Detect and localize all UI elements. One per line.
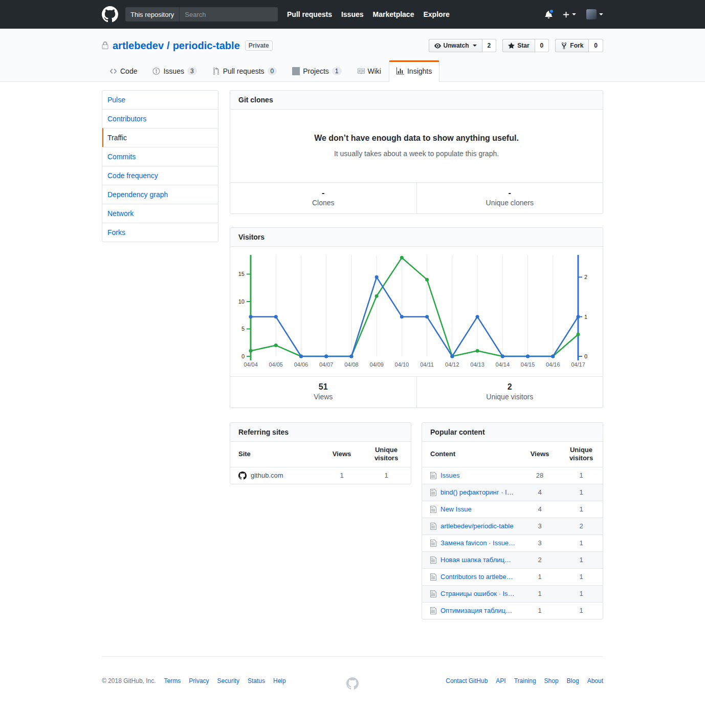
star-count[interactable]: 0 [535, 39, 549, 52]
footer-link-blog[interactable]: Blog [567, 677, 579, 684]
views-point[interactable] [425, 278, 429, 282]
footer-link-about[interactable]: About [587, 677, 603, 684]
sidebar-item-forks[interactable]: Forks [102, 223, 218, 242]
unique-visitors-point[interactable] [375, 275, 379, 279]
x-axis-label: 04/15 [521, 361, 535, 368]
content-unique: 1 [560, 484, 603, 501]
unique-visitors-point[interactable] [476, 315, 479, 318]
unique-visitors-point[interactable] [501, 355, 504, 358]
content-link[interactable]: Замена favicon · Issue #138 [440, 539, 516, 547]
content-link[interactable]: Contributors to artlebedev/p... [440, 573, 516, 581]
tab-label: Wiki [368, 67, 381, 75]
referring-sites-title: Referring sites [230, 423, 411, 442]
views-point[interactable] [577, 333, 580, 336]
repo-owner-link[interactable]: artlebedev [113, 40, 164, 52]
popular-content-title: Popular content [422, 423, 603, 442]
content-link[interactable]: artlebedev/periodic-table [440, 522, 513, 530]
sidebar-item-traffic[interactable]: Traffic [102, 128, 218, 147]
tab-pull-requests[interactable]: Pull requests0 [205, 60, 285, 81]
sidebar-item-dependency-graph[interactable]: Dependency graph [102, 185, 218, 204]
fork-count[interactable]: 0 [589, 39, 603, 52]
tab-issues[interactable]: Issues3 [145, 60, 204, 81]
unique-visitors-point[interactable] [526, 355, 530, 358]
nav-link-explore[interactable]: Explore [423, 10, 449, 18]
watch-count[interactable]: 2 [482, 39, 497, 52]
unique-visitors-point[interactable] [274, 315, 278, 318]
watch-button[interactable]: Unwatch [429, 39, 482, 52]
x-axis-label: 04/07 [319, 361, 334, 368]
file-icon [430, 488, 436, 497]
views-point[interactable] [249, 349, 253, 353]
footer-link-training[interactable]: Training [514, 677, 536, 684]
content-link[interactable]: Новая шапка таблицы + но... [440, 556, 516, 564]
clones-stat-clones: -Clones [230, 183, 416, 213]
footer-link-help[interactable]: Help [273, 677, 286, 684]
content-link[interactable]: Оптимизация таблицы для ... [440, 607, 516, 614]
create-new-button[interactable] [563, 11, 576, 18]
views-point[interactable] [400, 256, 404, 260]
unique-visitors-point[interactable] [450, 355, 454, 358]
clones-stat-unique-cloners: -Unique cloners [416, 183, 603, 213]
unique-visitors-point[interactable] [349, 355, 353, 358]
sidebar-item-network[interactable]: Network [102, 204, 218, 223]
tab-insights[interactable]: Insights [389, 60, 439, 82]
tab-projects[interactable]: Projects1 [284, 60, 349, 81]
table-row: Оптимизация таблицы для ...11 [422, 602, 603, 619]
unique-visitors-point[interactable] [324, 355, 328, 358]
unique-visitors-point[interactable] [249, 315, 253, 318]
repo-pagehead: artlebedev / periodic-table Private Unwa… [0, 29, 705, 82]
sidebar-item-contributors[interactable]: Contributors [102, 109, 218, 128]
footer-link-api[interactable]: API [496, 677, 505, 684]
caret-down-icon [473, 45, 477, 47]
nav-link-pull-requests[interactable]: Pull requests [287, 10, 332, 18]
views-point[interactable] [375, 294, 379, 298]
notifications-button[interactable] [545, 10, 553, 18]
sidebar-item-pulse[interactable]: Pulse [102, 91, 218, 109]
github-logo[interactable] [102, 6, 118, 23]
tab-counter: 0 [268, 67, 277, 75]
content-link[interactable]: Issues [440, 472, 460, 479]
sidebar-item-code-frequency[interactable]: Code frequency [102, 166, 218, 185]
file-icon [430, 590, 436, 598]
content-unique: 1 [560, 585, 603, 602]
footer-link-status[interactable]: Status [248, 677, 265, 684]
stat-value: - [422, 188, 598, 198]
footer-link-terms[interactable]: Terms [164, 677, 181, 684]
unique-visitors-point[interactable] [425, 315, 429, 318]
content-link[interactable]: New Issue [440, 505, 472, 513]
fork-button[interactable]: Fork [555, 39, 589, 52]
unique-visitors-point[interactable] [577, 315, 580, 318]
repo-name-link[interactable]: periodic-table [173, 40, 240, 52]
content-views: 4 [520, 484, 560, 501]
content-link[interactable]: Страницы ошибок · Issue #... [440, 590, 516, 597]
footer-link-contact-github[interactable]: Contact GitHub [446, 677, 488, 684]
footer-left-links: © 2018 GitHub, Inc. TermsPrivacySecurity… [102, 677, 286, 684]
unique-visitors-point[interactable] [299, 355, 303, 358]
tab-code[interactable]: Code [102, 60, 145, 81]
views-point[interactable] [274, 344, 278, 347]
nav-link-issues[interactable]: Issues [341, 10, 364, 18]
unique-visitors-point[interactable] [400, 315, 404, 318]
search-input[interactable] [180, 11, 278, 18]
footer-link-security[interactable]: Security [217, 677, 239, 684]
content-link[interactable]: bind() рефакторинг · Issue #... [440, 488, 516, 496]
star-button[interactable]: Star [502, 39, 535, 52]
footer-link-privacy[interactable]: Privacy [189, 677, 209, 684]
graph-icon [396, 67, 404, 75]
book-icon [357, 67, 365, 75]
sidebar-item-commits[interactable]: Commits [102, 147, 218, 166]
user-menu-button[interactable] [586, 9, 603, 19]
tab-label: Projects [303, 67, 329, 75]
github-mark-icon [238, 472, 247, 480]
stat-value: - [235, 188, 411, 198]
views-point[interactable] [476, 349, 479, 353]
x-axis-label: 04/13 [470, 361, 484, 368]
x-axis-label: 04/11 [420, 361, 434, 368]
footer-link-shop[interactable]: Shop [544, 677, 559, 684]
tab-wiki[interactable]: Wiki [349, 60, 389, 81]
x-axis-label: 04/04 [244, 361, 258, 368]
nav-link-marketplace[interactable]: Marketplace [373, 10, 414, 18]
search-box[interactable]: This repository [125, 7, 278, 22]
unique-visitors-point[interactable] [551, 355, 555, 358]
footer-github-mark-icon [346, 677, 359, 690]
